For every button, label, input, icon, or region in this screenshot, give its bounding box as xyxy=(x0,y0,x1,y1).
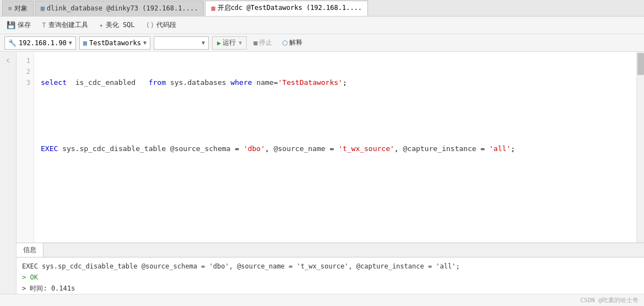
info-exec-line: EXEC sys.sp_cdc_disable_table @source_sc… xyxy=(22,261,638,272)
code-line-2 xyxy=(41,110,630,121)
kw-select: select xyxy=(41,77,67,88)
collapse-icon[interactable]: ‹ xyxy=(5,54,11,66)
query-icon: T xyxy=(42,21,46,29)
explain-label: 解释 xyxy=(289,38,302,47)
list-icon: ≡ xyxy=(8,5,12,12)
kw-from: from xyxy=(149,77,166,88)
server-dropdown-arrow: ▼ xyxy=(69,40,72,46)
scroll-thumb[interactable] xyxy=(637,53,644,75)
content-area: ‹ 1 2 3 select is_cdc_enabled from xyxy=(0,52,644,306)
third-dropdown-arrow: ▼ xyxy=(202,40,205,46)
run-button[interactable]: ▶ 运行 ▼ xyxy=(212,36,247,50)
left-panel: ‹ xyxy=(0,52,17,306)
run-dropdown-arrow: ▼ xyxy=(239,40,242,46)
watermark: CSDN @吃素的哈士奇 xyxy=(580,296,638,304)
line-num-1: 1 xyxy=(17,55,34,66)
identifier-sp: sys.sp_cdc_disable_table xyxy=(62,143,166,154)
database-dropdown[interactable]: ▦ TestDataworks ▼ xyxy=(79,36,150,50)
string-t-wx-source: 't_wx_source' xyxy=(338,143,394,154)
vertical-scrollbar[interactable] xyxy=(636,52,644,243)
run-icon: ▶ xyxy=(217,39,221,47)
code-line-1: select is_cdc_enabled from sys.databases… xyxy=(41,77,630,88)
save-icon: 💾 xyxy=(7,21,15,29)
status-bar: CSDN @吃素的哈士奇 xyxy=(0,294,644,306)
tab-bar: ≡ 对象 ▦ dlink_database @dinky73 (192.168.… xyxy=(0,0,644,17)
identifier-name: name= xyxy=(256,77,278,88)
info-tab[interactable]: 信息 xyxy=(17,243,44,257)
string-dbo: 'dbo' xyxy=(243,143,265,154)
save-label: 保存 xyxy=(18,20,31,30)
database-icon: ▦ xyxy=(83,39,87,47)
identifier-is-cdc: is_cdc_enabled xyxy=(75,77,136,88)
tab-obj-label: 对象 xyxy=(14,4,28,13)
editor-body: 1 2 3 select is_cdc_enabled from sys.dat… xyxy=(17,52,644,243)
third-dropdown[interactable]: ▼ xyxy=(154,36,209,50)
kw-exec: EXEC xyxy=(41,143,58,154)
beautify-label: 美化 SQL xyxy=(106,20,135,30)
kw-where: where xyxy=(230,77,252,88)
identifier-capture-instance: @capture_instance xyxy=(403,143,476,154)
identifier-source-schema: @source_schema xyxy=(170,143,231,154)
stop-button[interactable]: ■ 停止 xyxy=(250,36,275,50)
server-dropdown[interactable]: 🔧 192.168.1.90 ▼ xyxy=(4,36,76,50)
stop-icon: ■ xyxy=(253,39,257,47)
info-ok-line: > OK xyxy=(22,272,638,283)
explain-icon: ⬡ xyxy=(282,39,288,47)
tab-cdc[interactable]: ▦ 开启cdc @TestDataworks (192.168.1.... xyxy=(205,1,368,16)
info-time-line: > 时间: 0.141s xyxy=(22,283,638,294)
code-label: 代码段 xyxy=(156,20,176,30)
string-testdataworks: 'TestDataworks' xyxy=(278,77,343,88)
info-tab-bar: 信息 xyxy=(17,243,644,257)
line-num-2: 2 xyxy=(17,66,34,77)
code-snippet-button[interactable]: () 代码段 xyxy=(144,19,179,31)
toolbar: 💾 保存 T 查询创建工具 ✦ 美化 SQL () 代码段 xyxy=(0,17,644,34)
code-line-3: EXEC sys.sp_cdc_disable_table @source_sc… xyxy=(41,143,630,154)
server-icon: 🔧 xyxy=(8,39,17,47)
database-dropdown-arrow: ▼ xyxy=(143,40,147,46)
identifier-sys-db: sys.databases xyxy=(170,77,226,88)
stop-label: 停止 xyxy=(259,38,272,47)
info-tab-label: 信息 xyxy=(23,246,36,254)
code-icon: () xyxy=(146,21,155,29)
db-icon: ▦ xyxy=(41,4,45,12)
query-label: 查询创建工具 xyxy=(48,20,88,30)
server-value: 192.168.1.90 xyxy=(19,39,67,47)
string-all: 'all' xyxy=(489,143,511,154)
editor-panel: 1 2 3 select is_cdc_enabled from sys.dat… xyxy=(17,52,644,306)
tab-cdc-label: 开启cdc @TestDataworks (192.168.1.... xyxy=(218,3,362,13)
main-wrapper: ≡ 对象 ▦ dlink_database @dinky73 (192.168.… xyxy=(0,0,644,306)
tab-obj[interactable]: ≡ 对象 xyxy=(2,1,34,16)
database-value: TestDataworks xyxy=(89,39,141,47)
line-numbers: 1 2 3 xyxy=(17,52,34,243)
tab-dlink[interactable]: ▦ dlink_database @dinky73 (192.168.1.... xyxy=(35,1,204,16)
explain-button[interactable]: ⬡ 解释 xyxy=(279,36,306,50)
code-editor[interactable]: select is_cdc_enabled from sys.databases… xyxy=(34,52,636,243)
beautify-button[interactable]: ✦ 美化 SQL xyxy=(97,19,137,31)
tab-dlink-label: dlink_database @dinky73 (192.168.1.... xyxy=(47,4,198,12)
action-bar: 🔧 192.168.1.90 ▼ ▦ TestDataworks ▼ ▼ ▶ 运… xyxy=(0,34,644,52)
save-button[interactable]: 💾 保存 xyxy=(4,19,33,31)
beautify-icon: ✦ xyxy=(99,21,104,29)
line-num-3: 3 xyxy=(17,77,34,88)
run-label: 运行 xyxy=(223,38,236,47)
info-content: EXEC sys.sp_cdc_disable_table @source_sc… xyxy=(17,257,644,297)
identifier-source-name: @source_name xyxy=(274,143,326,154)
cdc-icon: ▦ xyxy=(211,4,215,12)
query-builder-button[interactable]: T 查询创建工具 xyxy=(40,19,90,31)
